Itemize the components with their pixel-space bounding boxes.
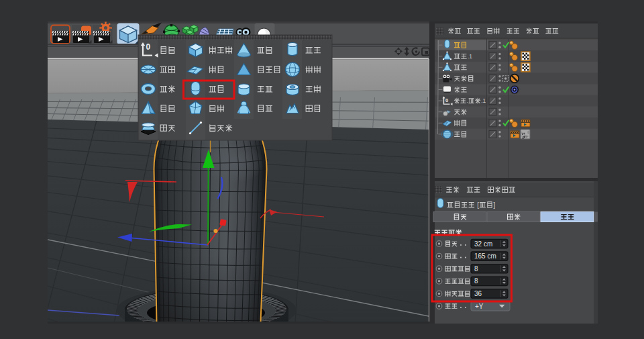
svg-text:.: . [467, 97, 468, 104]
svg-text:0: 0 [445, 97, 448, 103]
svg-text:36: 36 [474, 290, 482, 297]
svg-text:0: 0 [146, 42, 151, 52]
svg-text:8: 8 [474, 277, 478, 285]
svg-text:32 cm: 32 cm [474, 240, 492, 248]
svg-text:+Y: +Y [475, 303, 484, 310]
svg-text:.1: .1 [481, 97, 486, 104]
svg-text:.1: .1 [468, 53, 472, 60]
svg-text:]: ] [494, 201, 496, 209]
svg-text:8: 8 [474, 265, 478, 273]
svg-text:165 cm: 165 cm [474, 252, 496, 260]
svg-text:[: [ [475, 201, 479, 209]
